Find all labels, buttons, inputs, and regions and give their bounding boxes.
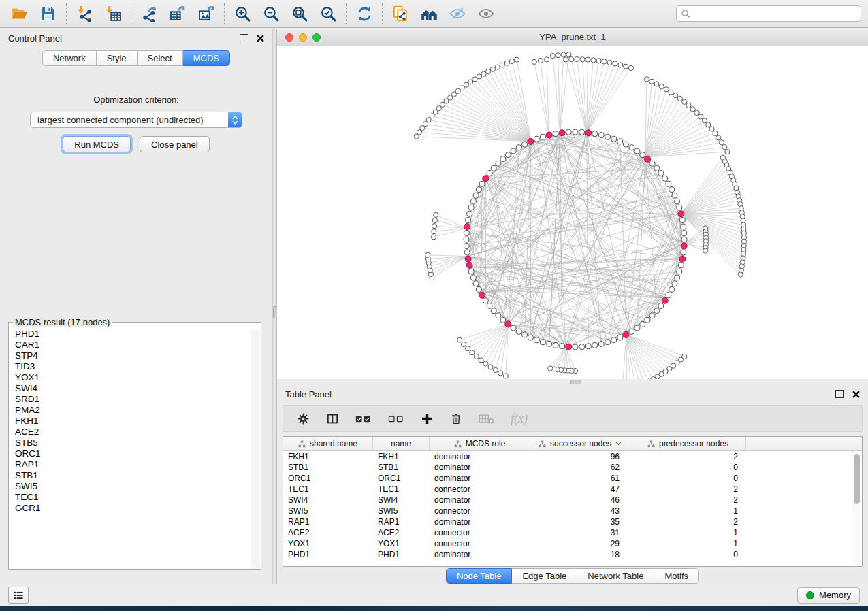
network-node[interactable]	[573, 344, 578, 350]
network-node[interactable]	[649, 161, 655, 166]
network-node[interactable]	[477, 74, 481, 79]
network-node[interactable]	[516, 145, 521, 150]
network-node[interactable]	[673, 93, 678, 98]
network-node[interactable]	[490, 67, 495, 71]
network-node[interactable]	[540, 340, 545, 345]
network-node[interactable]	[681, 231, 687, 236]
network-node[interactable]	[548, 366, 553, 371]
network-node[interactable]	[649, 79, 654, 84]
network-node[interactable]	[498, 371, 503, 376]
zoom-selected-button[interactable]	[314, 1, 342, 26]
network-node[interactable]	[585, 130, 592, 136]
network-node[interactable]	[545, 57, 549, 62]
mcds-node-item[interactable]: STB1	[10, 470, 251, 481]
network-node[interactable]	[461, 342, 466, 346]
network-node[interactable]	[686, 103, 691, 108]
network-node[interactable]	[488, 365, 493, 369]
network-node[interactable]	[580, 57, 585, 62]
network-node[interactable]	[505, 321, 511, 327]
close-window-icon[interactable]	[285, 33, 293, 42]
network-node[interactable]	[654, 165, 660, 171]
network-node[interactable]	[500, 317, 506, 323]
delete-column-icon[interactable]	[450, 412, 462, 425]
network-node[interactable]	[486, 69, 491, 74]
network-node[interactable]	[464, 237, 469, 242]
network-node[interactable]	[534, 337, 539, 343]
search-input[interactable]	[676, 5, 861, 22]
network-node[interactable]	[483, 361, 488, 366]
table-scrollbar-thumb[interactable]	[854, 454, 860, 504]
table-row[interactable]: PHD1PHD1dominator180	[283, 549, 862, 560]
run-mcds-button[interactable]: Run MCDS	[63, 136, 131, 152]
network-node[interactable]	[470, 199, 476, 204]
network-node[interactable]	[634, 325, 640, 331]
network-node[interactable]	[725, 149, 730, 154]
network-node[interactable]	[432, 218, 437, 222]
network-node[interactable]	[634, 148, 640, 154]
tab-style[interactable]: Style	[97, 50, 138, 66]
network-node[interactable]	[640, 321, 645, 327]
network-node[interactable]	[579, 344, 585, 350]
network-node[interactable]	[561, 52, 566, 57]
network-node[interactable]	[423, 122, 428, 127]
network-window-titlebar[interactable]: YPA_prune.txt_1	[277, 29, 868, 46]
mcds-node-item[interactable]: GCR1	[10, 503, 251, 514]
maximize-window-icon[interactable]	[312, 33, 321, 42]
network-node[interactable]	[550, 53, 555, 58]
table-row[interactable]: SWI4SWI4dominator462	[283, 495, 862, 506]
network-node[interactable]	[611, 136, 617, 142]
network-node[interactable]	[564, 57, 568, 62]
network-node[interactable]	[516, 329, 521, 334]
network-node[interactable]	[679, 218, 685, 223]
add-column-icon[interactable]	[421, 412, 434, 425]
mcds-node-item[interactable]: SRD1	[10, 394, 251, 405]
network-node[interactable]	[623, 142, 628, 147]
network-node[interactable]	[662, 297, 668, 303]
network-node[interactable]	[464, 244, 469, 249]
column-header-shared-name[interactable]: shared name	[283, 437, 373, 450]
network-node[interactable]	[470, 275, 476, 280]
network-node[interactable]	[664, 87, 669, 92]
network-node[interactable]	[628, 65, 633, 70]
table-settings-gear-icon[interactable]	[297, 412, 310, 425]
network-canvas[interactable]	[277, 46, 868, 379]
network-node[interactable]	[644, 77, 649, 82]
network-node[interactable]	[598, 341, 604, 346]
network-node[interactable]	[425, 252, 430, 257]
network-node[interactable]	[672, 193, 677, 198]
mcds-list-scrollbar[interactable]	[251, 329, 260, 569]
network-node[interactable]	[493, 367, 498, 372]
network-node[interactable]	[669, 286, 675, 292]
network-node[interactable]	[464, 231, 469, 236]
import-network-button[interactable]	[70, 1, 99, 26]
network-node[interactable]	[522, 142, 528, 147]
zoom-out-button[interactable]	[257, 1, 285, 26]
network-node[interactable]	[464, 224, 470, 230]
network-node[interactable]	[566, 129, 571, 135]
network-node[interactable]	[468, 269, 474, 274]
network-node[interactable]	[495, 65, 500, 69]
network-node[interactable]	[487, 171, 492, 176]
network-node[interactable]	[649, 313, 655, 318]
network-node[interactable]	[457, 337, 462, 342]
network-node[interactable]	[467, 211, 472, 216]
mcds-node-item[interactable]: RAP1	[10, 459, 251, 470]
network-node[interactable]	[491, 308, 496, 314]
network-node[interactable]	[722, 144, 727, 149]
network-node[interactable]	[483, 298, 488, 303]
save-session-button[interactable]	[34, 1, 63, 26]
table-row[interactable]: TEC1TEC1connector472	[283, 484, 862, 495]
show-all-button[interactable]	[472, 1, 500, 26]
select-all-checkboxes-icon[interactable]	[355, 413, 372, 425]
network-node[interactable]	[546, 132, 552, 138]
network-node[interactable]	[677, 96, 682, 101]
network-node[interactable]	[617, 139, 623, 144]
open-file-button[interactable]	[5, 1, 34, 26]
table-row[interactable]: FKH1FKH1dominator962	[283, 451, 862, 462]
network-node[interactable]	[566, 344, 572, 350]
import-table-button[interactable]	[99, 1, 127, 26]
tab-node-table[interactable]: Node Table	[446, 568, 513, 584]
export-image-button[interactable]	[192, 1, 221, 26]
network-node[interactable]	[579, 129, 585, 135]
network-node[interactable]	[464, 82, 468, 87]
